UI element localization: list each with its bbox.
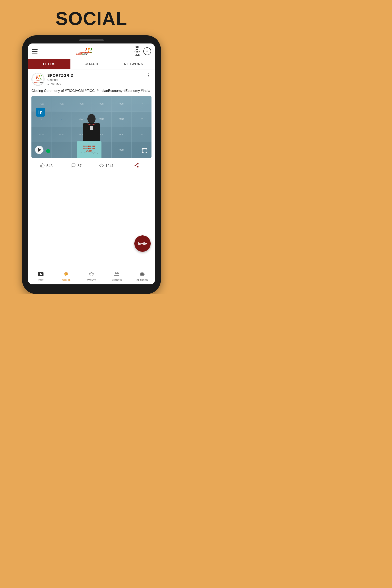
video-play-button[interactable]	[35, 146, 43, 154]
svg-point-23	[36, 76, 38, 77]
nav-events[interactable]: EVENTS	[79, 268, 104, 284]
comments-icon	[71, 163, 76, 169]
views-stat: 1241	[92, 163, 122, 169]
tube-label: Tube	[38, 278, 44, 281]
svg-line-51	[136, 164, 137, 165]
views-count: 1241	[105, 164, 114, 168]
nav-tube[interactable]: Tube	[28, 268, 54, 284]
tab-feeds[interactable]: FEEDS	[28, 59, 70, 69]
svg-point-46	[101, 165, 102, 166]
invite-label: Invite	[138, 242, 147, 246]
post-user-info: sport Z grid SPORTZGRID Chennai 1 hour a…	[32, 73, 74, 86]
post-video[interactable]: FICCI FICCI FICCI FICCI FICCI FI ia in f…	[32, 96, 152, 158]
tab-coach[interactable]: COACH	[70, 59, 113, 69]
classes-label: CLASSES	[136, 279, 148, 281]
linkedin-icon: in	[36, 108, 45, 116]
views-icon	[99, 163, 104, 169]
comments-stat: 87	[62, 163, 92, 169]
svg-text:Z: Z	[38, 81, 40, 83]
nav-classes[interactable]: CLASSES	[130, 268, 155, 284]
svg-point-22	[32, 74, 44, 85]
phone-screen: sport Z grid	[28, 44, 155, 284]
app-logo: sport Z grid	[75, 47, 96, 56]
svg-text:👍: 👍	[65, 272, 68, 275]
nav-social[interactable]: 👍 SOCIAL	[54, 268, 79, 284]
social-icon: 👍	[64, 272, 69, 278]
svg-point-42	[88, 114, 96, 124]
post-header: sport Z grid SPORTZGRID Chennai 1 hour a…	[32, 73, 152, 86]
post-time: 1 hour ago	[47, 82, 74, 85]
social-label: SOCIAL	[62, 279, 71, 281]
video-progress-dot	[46, 149, 50, 153]
svg-line-9	[88, 51, 89, 53]
svg-point-35	[41, 75, 42, 76]
events-icon	[89, 272, 94, 278]
phone-frame: sport Z grid	[22, 35, 161, 294]
groups-icon	[114, 272, 120, 278]
live-button[interactable]: LIVE	[134, 46, 141, 56]
avatar: sport Z grid	[32, 73, 44, 86]
svg-line-5	[86, 50, 87, 51]
svg-rect-45	[142, 148, 147, 153]
groups-label: GROUPS	[112, 279, 122, 281]
svg-line-8	[88, 51, 88, 53]
feed-content: sport Z grid SPORTZGRID Chennai 1 hour a…	[28, 70, 155, 268]
tab-bar: FEEDS COACH NETWORK	[28, 59, 155, 70]
invite-button[interactable]: Invite	[134, 236, 151, 252]
user-details: SPORTZGRID Chennai 1 hour ago	[47, 74, 74, 85]
header-actions: LIVE +	[134, 46, 151, 56]
classes-icon	[140, 272, 145, 278]
user-location: Chennai	[47, 78, 74, 82]
fullscreen-button[interactable]	[141, 148, 148, 154]
svg-point-6	[88, 48, 90, 49]
username: SPORTZGRID	[47, 74, 74, 78]
svg-point-49	[137, 166, 139, 168]
svg-text:sport: sport	[34, 81, 38, 83]
svg-point-29	[38, 75, 40, 76]
svg-point-48	[134, 164, 136, 166]
post-text: Closing Ceremony of #FICCIAGM #FICCI #In…	[32, 88, 152, 94]
post-card: sport Z grid SPORTZGRID Chennai 1 hour a…	[32, 73, 152, 171]
live-label: LIVE	[135, 54, 140, 56]
svg-text:grid: grid	[83, 53, 88, 55]
svg-line-15	[91, 52, 92, 53]
svg-point-58	[117, 272, 119, 274]
app-header: sport Z grid	[28, 44, 155, 59]
tab-network[interactable]: NETWORK	[112, 59, 155, 69]
add-button[interactable]: +	[143, 47, 151, 55]
svg-line-14	[90, 52, 91, 53]
likes-stat: 543	[32, 163, 62, 169]
live-broadcast-icon	[134, 46, 141, 54]
svg-text:sport: sport	[76, 53, 82, 55]
svg-line-11	[89, 49, 90, 50]
more-options-button[interactable]: ⋮	[145, 73, 152, 78]
svg-text:Z: Z	[82, 53, 83, 55]
svg-point-0	[86, 48, 87, 50]
svg-point-21	[136, 48, 138, 50]
svg-text:grid: grid	[40, 81, 43, 83]
post-stats: 543 87	[32, 161, 152, 171]
page-title: SOCIAL	[56, 8, 128, 29]
hamburger-menu[interactable]	[32, 49, 38, 54]
svg-point-12	[91, 48, 92, 50]
likes-icon	[40, 163, 45, 169]
comments-count: 87	[78, 164, 82, 168]
tube-icon	[38, 272, 44, 278]
video-background: FICCI FICCI FICCI FICCI FICCI FI ia in f…	[32, 96, 152, 158]
bottom-nav: Tube 👍 SOCIAL EVENTS	[28, 268, 155, 284]
phone-speaker	[79, 40, 104, 41]
svg-rect-44	[90, 126, 93, 130]
nav-groups[interactable]: GROUPS	[104, 268, 130, 284]
svg-line-50	[136, 166, 137, 166]
likes-count: 543	[46, 164, 52, 168]
share-stat[interactable]	[122, 163, 152, 169]
share-icon	[134, 163, 139, 169]
podium: FICCI FICCI FICCIFICCI FICCI FICCI FICCI…	[77, 141, 102, 158]
play-triangle-icon	[38, 148, 41, 152]
svg-point-57	[115, 272, 117, 274]
events-label: EVENTS	[86, 279, 96, 281]
svg-line-17	[91, 50, 92, 50]
svg-point-47	[137, 163, 139, 164]
